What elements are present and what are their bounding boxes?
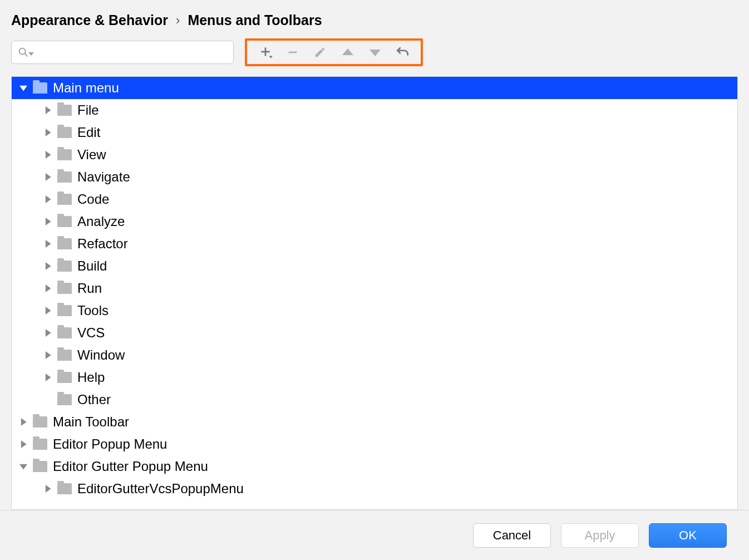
svg-marker-14 [46,195,51,203]
disclosure-closed-icon[interactable] [43,127,53,137]
disclosure-closed-icon[interactable] [18,417,28,427]
folder-icon [57,283,72,294]
svg-marker-23 [21,418,27,426]
disclosure-closed-icon[interactable] [43,150,53,160]
svg-point-0 [19,48,26,55]
minus-icon [287,46,299,58]
tree-row[interactable]: Analyze [12,210,737,233]
disclosure-open-icon[interactable] [18,83,28,93]
folder-icon [57,372,72,383]
svg-marker-10 [46,106,51,114]
tree-row[interactable]: EditorGutterVcsPopupMenu [12,478,737,500]
tree-row[interactable]: Build [12,255,737,277]
folder-icon [33,461,47,472]
undo-icon [395,45,410,60]
disclosure-closed-icon[interactable] [43,350,53,360]
disclosure-closed-icon[interactable] [43,484,53,494]
folder-icon [57,238,72,249]
disclosure-closed-icon[interactable] [43,172,53,182]
tree-row[interactable]: View [12,144,737,166]
folder-icon [57,105,72,116]
tree-label: Editor Popup Menu [53,436,167,452]
disclosure-closed-icon[interactable] [43,105,53,115]
svg-marker-19 [46,307,51,315]
tree-row[interactable]: Edit [12,121,737,144]
tree-row[interactable]: Code [12,188,737,210]
svg-marker-15 [46,218,51,225]
tree-label: Tools [77,303,109,318]
breadcrumb-section[interactable]: Appearance & Behavior [11,12,168,28]
disclosure-closed-icon[interactable] [43,306,53,316]
tree-row[interactable]: Main menu [12,77,737,99]
tree-row[interactable]: Help [12,366,737,389]
tree-label: Refactor [77,236,128,252]
tree-label: Analyze [77,214,125,229]
tree-row[interactable]: Refactor [12,233,737,255]
edit-button[interactable] [308,41,332,63]
tree-row[interactable]: Window [12,344,737,366]
tree-row[interactable]: Other [12,389,737,411]
triangle-down-icon [369,48,381,56]
tree-label: EditorGutterVcsPopupMenu [77,481,244,497]
tree-row[interactable]: Main Toolbar [12,411,737,433]
revert-button[interactable] [390,41,415,63]
svg-marker-21 [46,351,51,359]
tree-label: Window [77,347,125,363]
remove-button[interactable] [280,41,305,63]
disclosure-closed-icon[interactable] [43,328,53,338]
apply-button[interactable]: Apply [561,523,639,548]
tree-row[interactable]: Navigate [12,166,737,188]
tree-label: Help [77,370,105,385]
svg-marker-2 [28,52,34,56]
tree-label: Navigate [77,169,130,185]
folder-icon [57,327,72,338]
svg-line-1 [25,54,28,57]
tree-label: Edit [77,125,100,140]
folder-icon [57,394,72,405]
svg-marker-18 [46,284,51,292]
svg-marker-17 [46,262,51,270]
tree-label: Main menu [53,80,119,96]
tree-panel[interactable]: Main menuFileEditViewNavigateCodeAnalyze… [11,76,738,510]
search-field[interactable] [34,46,228,60]
tree-label: File [77,102,99,118]
folder-icon [57,127,72,138]
disclosure-closed-icon[interactable] [43,239,53,249]
tree-row[interactable]: File [12,99,737,121]
tree-row[interactable]: Editor Popup Menu [12,433,737,455]
tree-row[interactable]: VCS [12,322,737,344]
tree-row[interactable]: Run [12,277,737,299]
disclosure-closed-icon[interactable] [18,439,28,449]
svg-marker-11 [46,129,51,136]
svg-marker-7 [342,48,353,55]
folder-icon [57,216,72,227]
disclosure-closed-icon[interactable] [43,283,53,293]
tree-label: Main Toolbar [53,414,129,430]
search-input[interactable] [11,41,234,64]
folder-icon [33,439,47,450]
tree-row[interactable]: Tools [12,299,737,322]
tree-label: Build [77,258,107,274]
disclosure-closed-icon[interactable] [43,261,53,271]
tree-label: VCS [77,325,105,341]
ok-button[interactable]: OK [649,523,727,548]
tree-label: Editor Gutter Popup Menu [53,459,208,474]
breadcrumb: Appearance & Behavior › Menus and Toolba… [11,12,738,28]
disclosure-closed-icon[interactable] [43,372,53,382]
folder-icon [57,194,72,205]
add-button[interactable] [253,41,278,63]
tree-label: Run [77,281,102,296]
tree-row[interactable]: Editor Gutter Popup Menu [12,455,737,478]
svg-marker-24 [21,440,27,448]
tree-label: Code [77,191,109,207]
svg-marker-5 [269,56,273,58]
disclosure-closed-icon[interactable] [43,194,53,204]
folder-icon [57,171,72,183]
svg-marker-13 [46,173,51,181]
move-down-button[interactable] [363,41,387,63]
cancel-button[interactable]: Cancel [473,523,551,548]
disclosure-closed-icon[interactable] [43,217,53,227]
triangle-up-icon [342,48,353,56]
move-up-button[interactable] [336,41,360,63]
disclosure-open-icon[interactable] [18,461,28,471]
